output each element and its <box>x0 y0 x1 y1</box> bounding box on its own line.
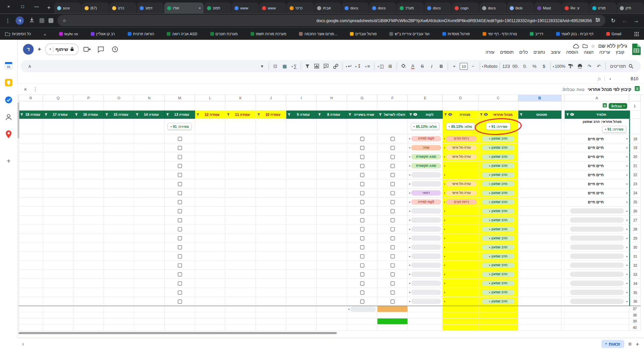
functions-icon[interactable]: ∑▾ <box>290 61 299 71</box>
move-folder-icon[interactable] <box>582 44 588 48</box>
dropdown-chip[interactable] <box>570 290 624 295</box>
row-number[interactable]: 20 <box>629 152 641 161</box>
dropdown-chip[interactable] <box>570 227 624 232</box>
collapse-toolbar-icon[interactable]: ∧ <box>25 61 34 71</box>
checkbox[interactable] <box>178 137 182 141</box>
column-title-H[interactable]: עמודה 8 <box>317 110 347 118</box>
download-icon[interactable] <box>28 17 35 24</box>
more-tools-icon[interactable]: ▾ <box>258 61 267 71</box>
google-keep-icon[interactable] <box>4 79 12 87</box>
column-header-L[interactable]: L <box>195 95 226 102</box>
checkbox[interactable] <box>390 254 394 258</box>
column-header-I[interactable]: I <box>286 95 317 102</box>
dropdown-arrow-icon[interactable]: ▾ <box>626 173 628 177</box>
dropdown-chip[interactable]: תקשורת ASD <box>411 163 441 168</box>
insert-comment-icon[interactable] <box>322 61 331 71</box>
borders-icon[interactable]: ⊞ <box>386 61 395 71</box>
vertical-scrollbar[interactable] <box>18 102 19 139</box>
dropdown-arrow-icon[interactable]: ▾ <box>409 155 411 158</box>
gemini-sparkle-icon[interactable]: ✦ <box>37 46 42 53</box>
filter-icon[interactable] <box>348 113 352 116</box>
dropdown-arrow-icon[interactable]: ▾ <box>626 209 628 212</box>
dropdown-chip[interactable] <box>411 245 441 250</box>
horizontal-scrollbar[interactable] <box>18 332 337 334</box>
insert-table-icon[interactable]: ▦ <box>280 61 289 71</box>
checkbox[interactable] <box>178 155 182 159</box>
cell-A-29[interactable]: ▾ <box>565 234 629 243</box>
dropdown-chip[interactable]: עזרה-סל אישי <box>446 181 477 187</box>
cell-A-21[interactable]: חיים חיים▾ <box>565 161 629 170</box>
dropdown-chip[interactable] <box>411 299 441 304</box>
browser-tab[interactable]: docs <box>479 2 506 13</box>
column-header-B[interactable]: B <box>518 95 561 102</box>
dropdown-chip[interactable]: ▾הרב שמעון <box>482 281 515 286</box>
dropdown-arrow-icon[interactable]: ▾ <box>444 255 445 258</box>
dropdown-arrow-icon[interactable]: ▾ <box>626 183 628 186</box>
column-title-J[interactable]: עמודה 10 <box>256 110 286 118</box>
filter-icon[interactable] <box>136 113 139 116</box>
row-number[interactable]: 36 <box>629 297 641 306</box>
dropdown-arrow-icon[interactable]: ▾ <box>409 264 411 267</box>
tab-close-icon[interactable]: × <box>199 6 201 10</box>
menu-item[interactable]: הצגה <box>581 49 596 56</box>
dropdown-chip[interactable]: ▾הרב שמעון <box>482 236 515 241</box>
checkbox[interactable] <box>178 182 182 186</box>
scroll-sheets-icon[interactable]: ‹ <box>22 341 24 347</box>
dropdown-chip[interactable] <box>411 227 441 232</box>
merge-cells-icon[interactable]: ◫▾ <box>376 61 385 71</box>
dropdown-arrow-icon[interactable]: ▾ <box>626 264 628 267</box>
window-close-button[interactable]: × <box>2 0 16 13</box>
dropdown-arrow-icon[interactable]: ▾ <box>409 273 411 276</box>
cell-A-34[interactable]: ▾ <box>565 279 629 288</box>
browser-tab[interactable]: docs <box>342 2 369 13</box>
dropdown-chip[interactable] <box>411 254 441 259</box>
column-title-L[interactable]: עמודה 12 <box>195 110 226 118</box>
row-number[interactable]: 24 <box>629 189 641 198</box>
bookmark-item[interactable]: דרייב <box>530 32 543 36</box>
checkbox[interactable] <box>360 299 364 303</box>
checkbox[interactable] <box>360 236 364 240</box>
checkbox[interactable] <box>178 146 182 150</box>
bookmark-item[interactable]: מערכת חונכים <box>210 32 237 36</box>
checkbox[interactable] <box>390 173 394 177</box>
dropdown-arrow-icon[interactable]: ▾ <box>626 137 628 140</box>
column-header-M[interactable]: M <box>165 95 195 102</box>
row-number[interactable]: 31 <box>629 252 641 261</box>
redo-icon[interactable]: ↷ <box>585 61 594 71</box>
browser-tab[interactable]: www <box>232 2 259 13</box>
summary-chip[interactable]: ▾ספירה: 91 <box>602 126 626 133</box>
dropdown-chip[interactable]: ▾הרב שמעון <box>482 290 515 295</box>
strikethrough-icon[interactable]: S <box>418 61 427 71</box>
column-header-G[interactable]: G <box>347 95 378 102</box>
dropdown-chip[interactable]: רפואי <box>411 190 441 196</box>
filter-icon[interactable] <box>257 113 261 116</box>
cell-A-36[interactable]: ▾ <box>565 297 629 306</box>
add-panel-icon[interactable]: + <box>4 157 12 165</box>
checkbox[interactable] <box>178 218 182 222</box>
insert-image-icon[interactable]: ⊡ <box>271 61 280 71</box>
dropdown-arrow-icon[interactable]: ▾ <box>626 164 628 167</box>
dropdown-arrow-icon[interactable]: ▾ <box>409 246 411 249</box>
checkbox[interactable] <box>390 281 394 285</box>
checkbox[interactable] <box>360 272 364 276</box>
dropdown-arrow-icon[interactable]: ▾ <box>409 255 411 258</box>
column-header-E[interactable]: E <box>408 95 443 102</box>
column-header-F[interactable]: F <box>377 95 408 102</box>
column-title-O[interactable]: עמודה 15 <box>104 110 135 118</box>
checkbox[interactable] <box>360 290 364 294</box>
dropdown-chip[interactable] <box>411 290 441 295</box>
horizontal-align-icon[interactable]: ≡▾ <box>363 61 372 71</box>
summary-chip[interactable]: ▾ספירה: 91 <box>486 123 510 130</box>
dropdown-chip[interactable] <box>570 208 624 214</box>
dropdown-chip[interactable]: לקות למידה <box>411 136 441 141</box>
column-title-M[interactable]: עמודה 13 <box>165 110 195 118</box>
reload-icon[interactable]: ↻ <box>609 17 617 23</box>
browser-tab[interactable]: זימונ <box>137 2 164 13</box>
dropdown-arrow-icon[interactable]: ▾ <box>444 164 445 167</box>
browser-menu-icon[interactable]: ⋮ <box>4 17 11 23</box>
text-color-icon[interactable]: A <box>409 61 417 71</box>
filter-icon[interactable] <box>520 113 523 116</box>
cell-A-33[interactable]: ▾ <box>565 270 629 279</box>
increase-decimal-icon[interactable]: .00 <box>511 61 520 71</box>
checkbox[interactable] <box>390 155 394 159</box>
